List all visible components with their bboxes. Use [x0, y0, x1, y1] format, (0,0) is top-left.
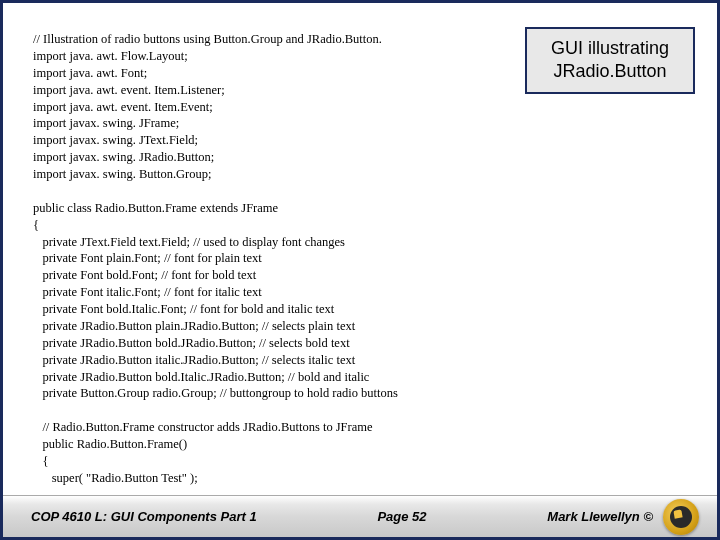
- ucf-logo-icon: [663, 499, 699, 535]
- callout-line-2: JRadio.Button: [531, 60, 689, 83]
- footer-course-title: COP 4610 L: GUI Components Part 1: [31, 509, 257, 524]
- footer-page-number: Page 52: [377, 509, 426, 524]
- footer-right-group: Mark Llewellyn ©: [547, 499, 699, 535]
- footer-bar: COP 4610 L: GUI Components Part 1 Page 5…: [3, 495, 717, 537]
- footer-author: Mark Llewellyn ©: [547, 509, 653, 524]
- code-listing: // Illustration of radio buttons using B…: [33, 31, 398, 487]
- callout-box: GUI illustrating JRadio.Button: [525, 27, 695, 94]
- callout-line-1: GUI illustrating: [531, 37, 689, 60]
- ucf-logo-inner: [670, 506, 692, 528]
- slide-container: GUI illustrating JRadio.Button // Illust…: [0, 0, 720, 540]
